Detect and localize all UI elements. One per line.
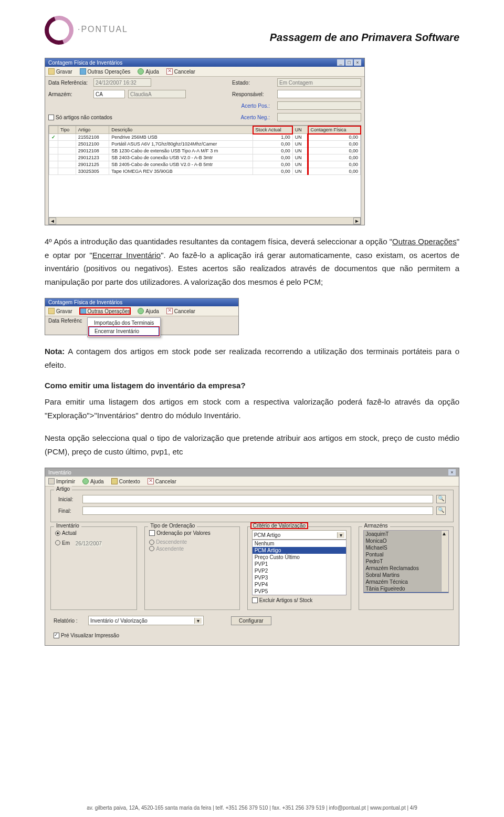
window-min-icon[interactable]: _ (337, 59, 344, 66)
save-icon (48, 68, 55, 75)
col-contagem-fisica: Contagem Física (308, 126, 361, 134)
col-check (49, 126, 58, 134)
document-title: Passagem de ano Primavera Software (270, 32, 459, 44)
list-item[interactable]: PCM Artigo (253, 547, 346, 554)
criterio-select[interactable]: PCM Artigo ▾ (252, 530, 346, 540)
inventory-grid[interactable]: Tipo Artigo Descrição Stock Actual UN Co… (48, 125, 361, 225)
toolbar: Gravar Outras Operações Ajuda Cancelar (45, 67, 364, 77)
relatorio-select[interactable]: Inventário c/ Valorização ▾ (88, 616, 204, 625)
checkbox-checked-icon (54, 633, 59, 638)
gravar-button[interactable]: Gravar (48, 68, 72, 75)
outras-operacoes-button[interactable]: Outras Operações (80, 308, 131, 314)
list-item[interactable]: PVP3 (253, 574, 346, 581)
col-descricao: Descrição (109, 126, 253, 134)
window-titlebar: Contagem Física de Inventários _ □ × (45, 58, 364, 67)
responsavel-label: Responsável: (232, 91, 274, 97)
contexto-button[interactable]: Contexto (111, 478, 140, 484)
page-header: ·PONTUAL Passagem de ano Primavera Softw… (45, 16, 459, 45)
configurar-button[interactable]: Configurar (231, 616, 271, 625)
data-referencia-label: Data Referênc (48, 318, 90, 324)
list-item[interactable]: Nenhum (253, 540, 346, 547)
list-item[interactable]: PVP5 (253, 588, 346, 595)
menu-importacao-terminais[interactable]: Importação dos Terminais (89, 319, 159, 327)
data-referencia-field[interactable]: 24/12/2007 16:32 (93, 78, 151, 87)
so-artigos-nao-contados-checkbox[interactable]: Só artigos não contados (48, 115, 112, 120)
list-item[interactable]: Preço Custo Último (253, 554, 346, 561)
acerto-pos-link[interactable]: Acerto Pos.: (242, 103, 270, 109)
artigo-final-field[interactable] (82, 506, 433, 515)
armazem-name-field: ClaudiaA (128, 90, 186, 98)
window-close-icon[interactable]: × (448, 469, 456, 475)
list-item[interactable]: Sobral Martins (364, 572, 449, 578)
cancelar-button[interactable]: Cancelar (166, 68, 195, 75)
logo-icon (40, 11, 78, 49)
search-icon[interactable]: 🔍 (436, 506, 446, 515)
table-row[interactable]: ✓21552108Pendrive 256MB USB1,00UN0,00 (49, 134, 361, 141)
ajuda-button[interactable]: Ajuda (138, 308, 159, 314)
grid-horizontal-scrollbar[interactable]: ◄ ► (49, 217, 361, 224)
ajuda-button[interactable]: Ajuda (138, 68, 159, 75)
table-row[interactable]: 25012100Portátil ASUS A6V 1,7Ghz/80ghz/1… (49, 141, 361, 148)
armazens-listbox[interactable]: ▲ JoaquimTMonicaOMichaelSPontualPedroTAr… (363, 530, 449, 593)
artigo-inicial-field[interactable] (82, 495, 433, 503)
list-item[interactable]: JoaquimT (364, 531, 449, 537)
list-item[interactable]: Armazém Reclamados (364, 565, 449, 572)
scroll-left-icon[interactable]: ◄ (49, 218, 56, 224)
imprimir-button[interactable]: Imprimir (48, 478, 75, 484)
question-heading: Como emitir uma listagem do inventário d… (45, 381, 459, 390)
list-item[interactable]: PVP1 (253, 561, 346, 567)
list-item[interactable]: PVP2 (253, 567, 346, 574)
radio-em[interactable]: Em (55, 540, 70, 546)
cancel-icon (166, 68, 173, 75)
logo: ·PONTUAL (45, 16, 146, 45)
paragraph-4: 4º Após a introdução das quantidades res… (45, 235, 459, 288)
col-stock-actual: Stock Actual (253, 126, 293, 134)
responsavel-field[interactable] (277, 90, 361, 98)
checkbox-icon (48, 115, 54, 120)
list-item[interactable]: PVP4 (253, 581, 346, 588)
search-icon[interactable]: 🔍 (436, 495, 446, 503)
col-artigo: Artigo (76, 126, 109, 134)
window-contagem-outras-operacoes: Contagem Física de Inventários Gravar Ou… (45, 298, 239, 335)
q2-paragraph-2: Nesta opção selecciona qual o tipo de va… (45, 431, 459, 458)
acerto-neg-link[interactable]: Acerto Neg.: (240, 115, 270, 120)
armazem-code-field[interactable]: CA (93, 90, 125, 98)
gravar-button[interactable]: Gravar (48, 308, 72, 314)
list-item[interactable]: Armazém Técnica (364, 578, 449, 585)
toolbar: Imprimir Ajuda Contexto Cancelar (45, 477, 459, 487)
menu-encerrar-inventario[interactable]: Encerrar Inventário (89, 327, 159, 336)
criterio-options-list[interactable]: NenhumPCM ArtigoPreço Custo ÚltimoPVP1PV… (252, 540, 346, 595)
list-item[interactable]: Pontual (364, 551, 449, 558)
outras-operacoes-button[interactable]: Outras Operações (80, 68, 131, 75)
ordenacao-valores-checkbox[interactable]: Ordenação por Valores (149, 530, 211, 536)
table-row[interactable]: 29012123SB 2403-Cabo de conexão USB V2.0… (49, 154, 361, 161)
radio-actual[interactable]: Actual (55, 530, 77, 536)
excluir-artigos-checkbox[interactable]: Excluir Artigos s/ Stock (252, 597, 313, 603)
data-referencia-label: Data Referência: (48, 80, 90, 86)
list-item[interactable]: MonicaO (364, 537, 449, 544)
cancel-icon (148, 478, 154, 484)
checkbox-icon (252, 597, 258, 603)
table-row[interactable]: 29012108SB 1230-Cabo de extensão USB Tip… (49, 148, 361, 154)
estado-label: Estado: (232, 80, 274, 86)
cancelar-button[interactable]: Cancelar (166, 308, 195, 314)
scroll-right-icon[interactable]: ► (353, 218, 361, 224)
group-artigo: Artigo Inicial: 🔍 Final: 🔍 (50, 490, 454, 522)
chevron-down-icon: ▾ (337, 532, 344, 538)
window-max-icon[interactable]: □ (345, 59, 353, 66)
scrollbar[interactable]: ▲ (441, 531, 448, 592)
col-un: UN (292, 126, 308, 134)
cancelar-button[interactable]: Cancelar (148, 478, 176, 484)
list-item[interactable]: PedroT (364, 558, 449, 565)
save-icon (48, 308, 55, 314)
list-item[interactable]: Tiago Pinho (364, 592, 449, 593)
help-icon (138, 308, 144, 314)
list-item[interactable]: MichaelS (364, 544, 449, 551)
list-item[interactable]: Tânia Figueiredo (364, 585, 449, 592)
table-row[interactable]: 33025305Tape IOMEGA REV 35/90GB0,00UN0,0… (49, 168, 361, 175)
window-close-icon[interactable]: × (354, 59, 361, 66)
ajuda-button[interactable]: Ajuda (82, 478, 104, 484)
em-date-field[interactable]: 26/12/2007 (76, 541, 102, 546)
table-row[interactable]: 29012125SB 2405-Cabo de conexão USB V2.0… (49, 161, 361, 168)
pre-visualizar-checkbox[interactable]: Pré Visualizar Impressão (54, 633, 119, 638)
